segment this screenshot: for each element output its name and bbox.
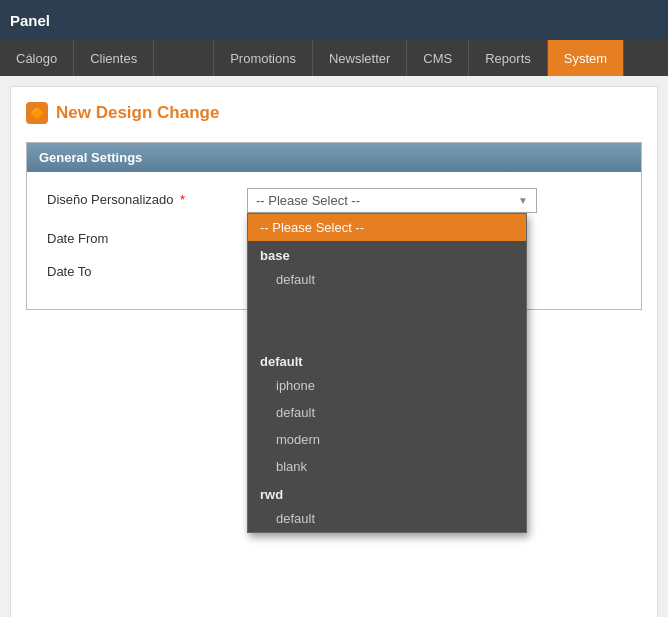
dropdown-item-default-iphone[interactable]: iphone bbox=[248, 372, 526, 399]
settings-header: General Settings bbox=[27, 143, 641, 172]
nav-catalogo[interactable]: Cálogo bbox=[0, 40, 74, 76]
dropdown-item-default-blank[interactable]: blank bbox=[248, 453, 526, 480]
dropdown-group-base: base bbox=[248, 241, 526, 266]
nav-reports[interactable]: Reports bbox=[469, 40, 548, 76]
select-arrow-icon: ▼ bbox=[518, 195, 528, 206]
app-title: Panel bbox=[10, 12, 50, 29]
nav-bar: Cálogo Clientes Promotions Newsletter CM… bbox=[0, 40, 668, 76]
required-star: * bbox=[180, 192, 185, 207]
nav-newsletter[interactable]: Newsletter bbox=[313, 40, 407, 76]
select-wrapper-diseno: -- Please Select -- ▼ -- Please Select -… bbox=[247, 188, 537, 213]
page-title: New Design Change bbox=[56, 103, 219, 123]
diseno-select[interactable]: -- Please Select -- ▼ bbox=[247, 188, 537, 213]
dropdown-item-placeholder[interactable]: -- Please Select -- bbox=[248, 214, 526, 241]
settings-box: General Settings Diseño Personalizado * … bbox=[26, 142, 642, 310]
form-row-diseno: Diseño Personalizado * -- Please Select … bbox=[47, 188, 621, 213]
dropdown-item-base-default[interactable]: default bbox=[248, 266, 526, 293]
dropdown-group-rwd: rwd bbox=[248, 480, 526, 505]
nav-promotions[interactable]: Promotions bbox=[214, 40, 313, 76]
top-bar: Panel bbox=[0, 0, 668, 40]
label-diseno: Diseño Personalizado * bbox=[47, 188, 247, 207]
nav-blurred[interactable] bbox=[154, 40, 214, 76]
label-date-from: Date From bbox=[47, 227, 247, 246]
page-title-area: 🔶 New Design Change bbox=[26, 102, 642, 124]
dropdown-item-base-blurred2[interactable] bbox=[248, 320, 526, 347]
dropdown-item-base-blurred1[interactable] bbox=[248, 293, 526, 320]
label-date-to: Date To bbox=[47, 260, 247, 279]
dropdown-item-default-modern[interactable]: modern bbox=[248, 426, 526, 453]
nav-cms[interactable]: CMS bbox=[407, 40, 469, 76]
dropdown-menu: -- Please Select -- base default default… bbox=[247, 213, 527, 533]
dropdown-group-default: default bbox=[248, 347, 526, 372]
nav-clientes[interactable]: Clientes bbox=[74, 40, 154, 76]
main-content: 🔶 New Design Change General Settings Dis… bbox=[10, 86, 658, 617]
dropdown-item-default-default[interactable]: default bbox=[248, 399, 526, 426]
page-title-icon: 🔶 bbox=[26, 102, 48, 124]
settings-body: Diseño Personalizado * -- Please Select … bbox=[27, 172, 641, 309]
nav-system[interactable]: System bbox=[548, 40, 624, 76]
dropdown-item-rwd-default[interactable]: default bbox=[248, 505, 526, 532]
